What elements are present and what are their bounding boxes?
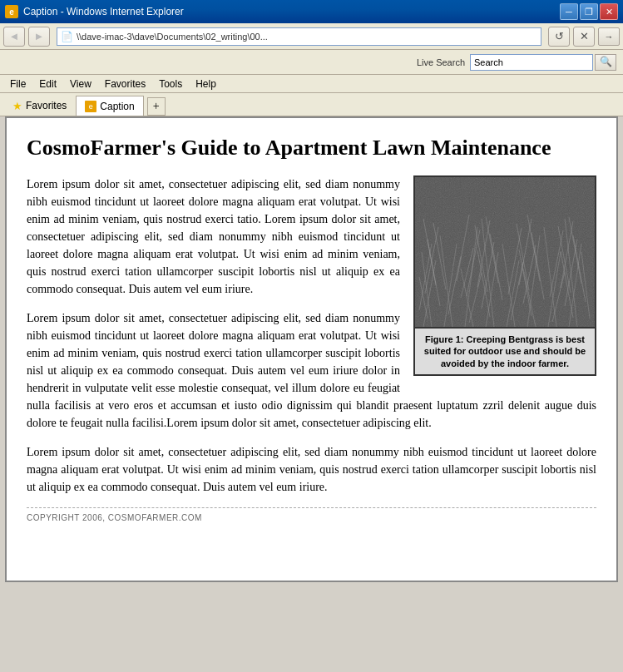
title-bar-left: e Caption - Windows Internet Explorer (5, 5, 184, 18)
go-button[interactable]: → (598, 27, 620, 46)
star-icon: ★ (12, 100, 22, 112)
title-bar: e Caption - Windows Internet Explorer ─ … (0, 0, 623, 23)
content-wrapper: Figure 1: Creeping Bentgrass is best sui… (27, 175, 596, 522)
title-bar-controls: ─ ❐ ✕ (560, 3, 618, 20)
browser-content: CosmoFarmer's Guide to Apartment Lawn Ma… (5, 116, 618, 582)
new-tab-button[interactable]: + (147, 97, 166, 116)
grass-svg (415, 177, 595, 327)
page-icon: 📄 (61, 31, 73, 42)
menu-file[interactable]: File (3, 77, 32, 91)
address-text: \\dave-imac-3\dave\Documents\02_writing\… (77, 32, 268, 42)
figure-caption: Figure 1: Creeping Bentgrass is best sui… (415, 327, 595, 374)
menu-edit[interactable]: Edit (32, 77, 63, 91)
restore-button[interactable]: ❐ (580, 3, 598, 20)
svg-rect-52 (415, 177, 595, 327)
refresh-button[interactable]: ↺ (548, 27, 570, 47)
menu-bar: File Edit View Favorites Tools Help (0, 75, 623, 93)
favorites-button[interactable]: ★ Favorites (3, 96, 76, 116)
back-button[interactable]: ◄ (3, 27, 25, 47)
search-input[interactable] (470, 54, 593, 71)
menu-view[interactable]: View (63, 77, 98, 91)
address-bar[interactable]: 📄 \\dave-imac-3\dave\Documents\02_writin… (57, 27, 541, 46)
live-search-logo: Live Search (417, 57, 465, 67)
search-go-button[interactable]: 🔍 (595, 54, 616, 71)
minimize-button[interactable]: ─ (560, 3, 578, 20)
close-button[interactable]: ✕ (600, 3, 618, 20)
favorites-label: Favorites (26, 100, 67, 111)
menu-tools[interactable]: Tools (152, 77, 189, 91)
navigation-bar: ◄ ► 📄 \\dave-imac-3\dave\Documents\02_wr… (0, 23, 623, 50)
tab-label: Caption (100, 101, 134, 112)
page-title: CosmoFarmer's Guide to Apartment Lawn Ma… (27, 135, 596, 161)
window-title: Caption - Windows Internet Explorer (23, 6, 184, 17)
footer: Copyright 2006, CosmoFarmer.com (27, 507, 596, 522)
search-bar: Live Search 🔍 (0, 50, 623, 75)
ie-icon: e (5, 5, 18, 18)
copyright-text: Copyright 2006, CosmoFarmer.com (27, 513, 596, 522)
menu-favorites[interactable]: Favorites (98, 77, 152, 91)
figure: Figure 1: Creeping Bentgrass is best sui… (413, 175, 596, 376)
tab-ie-icon: e (85, 101, 96, 112)
menu-help[interactable]: Help (189, 77, 223, 91)
active-tab[interactable]: e Caption (76, 96, 143, 116)
forward-button[interactable]: ► (28, 27, 50, 47)
figure-image (415, 177, 595, 327)
tab-bar: ★ Favorites e Caption + (0, 93, 623, 116)
paragraph-3: Lorem ipsum dolor sit amet, consectetuer… (27, 443, 596, 496)
stop-button[interactable]: ✕ (573, 27, 595, 47)
